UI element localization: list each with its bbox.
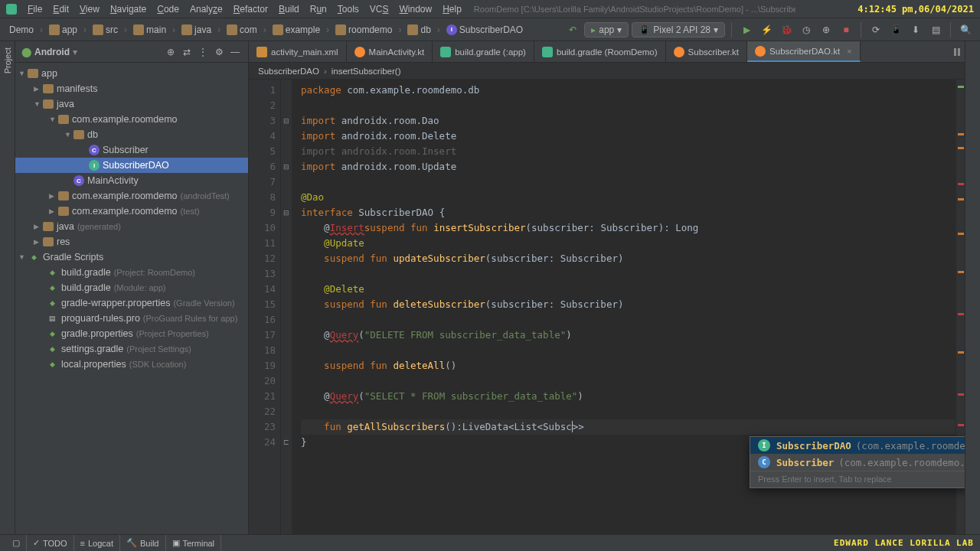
- tab-mainactivity[interactable]: MainActivity.kt: [347, 41, 433, 62]
- menu-tools[interactable]: Tools: [333, 2, 364, 16]
- menu-navigate[interactable]: Navigate: [106, 2, 151, 16]
- sdk-button[interactable]: ⬇: [907, 21, 924, 38]
- run-button[interactable]: ▶: [738, 21, 755, 38]
- tab-subscriberdao[interactable]: SubscriberDAO.kt×: [747, 41, 861, 62]
- split-button[interactable]: [946, 41, 965, 62]
- tree-node-db[interactable]: ▼db: [15, 127, 248, 142]
- profile-button[interactable]: ◷: [798, 21, 815, 38]
- sync-button[interactable]: ⟳: [867, 21, 884, 38]
- todo-tool[interactable]: ✓ TODO: [27, 535, 74, 551]
- warn-mark[interactable]: [958, 133, 964, 135]
- error-mark[interactable]: [958, 313, 964, 315]
- tree-node-mainactivity[interactable]: CMainActivity: [15, 173, 248, 188]
- menu-edit[interactable]: Edit: [48, 2, 74, 16]
- error-mark[interactable]: [958, 183, 964, 185]
- status-mark: [958, 86, 964, 88]
- tree-node-pkg1[interactable]: ▼com.example.roomdemo: [15, 112, 248, 127]
- menu-run[interactable]: Run: [305, 2, 332, 16]
- attach-button[interactable]: ⊕: [818, 21, 835, 38]
- crumb-src[interactable]: src: [90, 23, 121, 37]
- hide-icon[interactable]: —: [228, 45, 242, 59]
- debug-button[interactable]: 🐞: [778, 21, 795, 38]
- crumb-main[interactable]: main: [130, 23, 169, 37]
- menu-view[interactable]: View: [75, 2, 104, 16]
- autocomplete-item[interactable]: I SubscriberDAO (com.example.roomdemo.db…: [750, 437, 965, 454]
- crumb-roomdemo[interactable]: roomdemo: [332, 23, 395, 37]
- menu-file[interactable]: File: [23, 2, 47, 16]
- filter-icon[interactable]: ⋮: [196, 45, 210, 59]
- warn-mark[interactable]: [958, 198, 964, 201]
- search-button[interactable]: 🔍: [957, 21, 974, 38]
- menu-code[interactable]: Code: [152, 2, 184, 16]
- crumb-example[interactable]: example: [270, 23, 323, 37]
- show-tools-button[interactable]: ▢: [6, 535, 27, 551]
- menu-window[interactable]: Window: [394, 2, 436, 16]
- warn-mark[interactable]: [958, 351, 964, 354]
- menu-help[interactable]: Help: [438, 2, 466, 16]
- apply-changes-button[interactable]: ⚡: [758, 21, 775, 38]
- tree-node-gradle-scripts[interactable]: ▼◆Gradle Scripts: [15, 249, 248, 265]
- tree-node-sgradle[interactable]: ◆settings.gradle(Project Settings): [15, 341, 248, 357]
- avd-button[interactable]: 📱: [887, 21, 904, 38]
- close-icon[interactable]: ×: [847, 47, 852, 56]
- build-tool[interactable]: 🔨 Build: [120, 535, 165, 551]
- gear-icon[interactable]: ⚙: [212, 45, 226, 59]
- autocomplete-popup: I SubscriberDAO (com.example.roomdemo.db…: [750, 436, 965, 488]
- tree-node-gprops[interactable]: ◆gradle.properties(Project Properties): [15, 326, 248, 341]
- kotlin-file-icon: [674, 47, 684, 57]
- crumb-app[interactable]: app: [46, 23, 80, 37]
- folder-icon: [43, 99, 54, 109]
- bc-class[interactable]: SubscriberDAO: [258, 67, 319, 76]
- tree-node-gwrap[interactable]: ◆gradle-wrapper.properties(Gradle Versio…: [15, 295, 248, 311]
- tree-node-prules[interactable]: ▤proguard-rules.pro(ProGuard Rules for a…: [15, 311, 248, 326]
- error-mark[interactable]: [958, 393, 964, 396]
- crumb-project[interactable]: Demo: [6, 23, 37, 37]
- tree-node-res[interactable]: ▶res: [15, 234, 248, 249]
- tab-subscriber[interactable]: Subscriber.kt: [666, 41, 747, 62]
- logcat-tool[interactable]: ≡ Logcat: [74, 535, 120, 551]
- tree-node-lprops[interactable]: ◆local.properties(SDK Location): [15, 357, 248, 372]
- target-icon[interactable]: ⊕: [164, 45, 178, 59]
- crumb-db[interactable]: db: [404, 23, 433, 37]
- dropdown-icon[interactable]: ▾: [73, 47, 77, 57]
- menu-refactor[interactable]: Refactor: [229, 2, 273, 16]
- tree-node-manifests[interactable]: ▶manifests: [15, 81, 248, 96]
- tree-node-pkg2[interactable]: ▶com.example.roomdemo(androidTest): [15, 188, 248, 204]
- collapse-icon[interactable]: ⇄: [180, 45, 194, 59]
- run-config-selector[interactable]: ▸app▾: [584, 22, 629, 37]
- fold-gutter[interactable]: ⊟⊟⊟⊏: [281, 80, 292, 534]
- gradle-file-icon: ◆: [46, 282, 58, 293]
- tree-node-subscriberdao[interactable]: ISubscriberDAO: [15, 158, 248, 173]
- tree-node-app[interactable]: ▼app: [15, 66, 248, 81]
- autocomplete-item[interactable]: C Subscriber (com.example.roomdemo.db): [750, 454, 965, 471]
- project-tool-button[interactable]: Project: [0, 41, 15, 80]
- code-editor[interactable]: 123456789101112131415161718192021222324 …: [249, 80, 965, 534]
- terminal-tool[interactable]: ▣ Terminal: [166, 535, 222, 551]
- bc-method[interactable]: insertSubscriber(): [332, 67, 401, 76]
- tree-node-bgradle1[interactable]: ◆build.gradle(Project: RoomDemo): [15, 265, 248, 280]
- tab-build-gradle-app[interactable]: build.gradle (:app): [433, 41, 534, 62]
- structure-button[interactable]: ▤: [927, 21, 944, 38]
- menu-analyze[interactable]: Analyze: [185, 2, 227, 16]
- kotlin-file-icon: [755, 46, 766, 57]
- error-mark[interactable]: [958, 424, 964, 426]
- tree-node-bgradle2[interactable]: ◆build.gradle(Module: app): [15, 280, 248, 295]
- tree-node-java[interactable]: ▼java: [15, 96, 248, 112]
- menu-build[interactable]: Build: [274, 2, 304, 16]
- crumb-com[interactable]: com: [224, 23, 260, 37]
- device-selector[interactable]: 📱Pixel 2 API 28▾: [632, 22, 725, 37]
- warn-mark[interactable]: [958, 147, 964, 149]
- crumb-file[interactable]: ISubscriberDAO: [443, 23, 526, 37]
- crumb-java[interactable]: java: [178, 23, 214, 37]
- tree-node-java-gen[interactable]: ▶java(generated): [15, 219, 248, 234]
- tab-activity-main[interactable]: activity_main.xml: [249, 41, 347, 62]
- warn-mark[interactable]: [958, 233, 964, 235]
- menu-vcs[interactable]: VCS: [365, 2, 394, 16]
- back-button[interactable]: ↶: [564, 21, 581, 38]
- stop-button[interactable]: ■: [838, 21, 854, 38]
- tree-node-subscriber[interactable]: CSubscriber: [15, 142, 248, 158]
- tree-node-pkg3[interactable]: ▶com.example.roomdemo(test): [15, 204, 248, 219]
- warn-mark[interactable]: [958, 271, 964, 273]
- sidebar-title[interactable]: Android: [34, 47, 70, 57]
- tab-build-gradle-project[interactable]: build.gradle (RoomDemo): [534, 41, 666, 62]
